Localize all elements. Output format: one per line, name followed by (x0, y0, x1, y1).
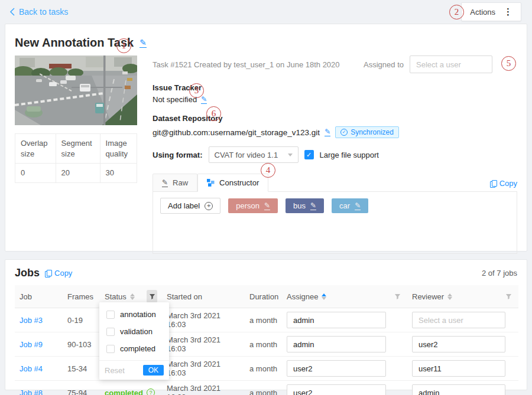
edit-title-icon[interactable]: ✎ (140, 38, 147, 48)
col-status-label: Status (105, 292, 126, 301)
question-circle-icon[interactable]: ? (147, 389, 155, 395)
param-header-segment: Segment size (56, 134, 100, 164)
edit-label-icon[interactable]: ✎ (355, 202, 361, 210)
edit-label-icon[interactable]: ✎ (310, 202, 316, 210)
job-link[interactable]: Job #3 (20, 316, 43, 325)
label-tag-person[interactable]: person ✎ (228, 198, 278, 213)
reviewer-input[interactable] (412, 360, 505, 377)
filter-option-completed[interactable]: completed (99, 340, 169, 357)
checkbox-unchecked[interactable] (106, 311, 115, 319)
job-row: Job #3 0-19 March 3rd 2021 16:03 a month (15, 308, 518, 332)
assignee-input[interactable] (287, 312, 386, 328)
started-cell: March 3rd 2021 16:03 (162, 308, 245, 332)
copy-labels-link[interactable]: Copy (490, 179, 517, 191)
col-job-label: Job (20, 292, 32, 301)
format-select-value: CVAT for video 1.1 (215, 151, 278, 159)
filter-option-validation[interactable]: validation (99, 323, 169, 340)
filter-reset-button[interactable]: Reset (105, 366, 125, 375)
copy-icon (45, 270, 51, 277)
frames-cell: 75-94 (63, 381, 100, 395)
col-reviewer-label: Reviewer (412, 292, 444, 301)
issue-tracker-value: Not specified (153, 95, 197, 104)
job-link[interactable]: Job #8 (20, 389, 43, 395)
filter-ok-button[interactable]: OK (143, 365, 164, 376)
sync-check-icon: ✓ (340, 129, 348, 136)
assignee-input[interactable] (287, 336, 386, 352)
checkbox-unchecked[interactable] (106, 345, 115, 353)
large-file-support-checkbox[interactable]: ✓ (304, 150, 314, 159)
col-duration[interactable]: Duration (245, 285, 282, 308)
col-duration-label: Duration (249, 292, 278, 301)
copy-icon (490, 180, 496, 187)
reviewer-filter-icon[interactable] (503, 290, 514, 303)
status-filter-icon[interactable] (147, 290, 157, 303)
label-tag-name: car (339, 201, 350, 210)
filter-option-annotation[interactable]: annotation (99, 306, 169, 323)
task-meta: Task #1521 Created by test_user_1 on Jun… (153, 56, 340, 69)
status-sort-icon[interactable] (130, 293, 135, 300)
tab-raw[interactable]: ✎ Raw (153, 174, 197, 191)
copy-jobs-link[interactable]: Copy (45, 269, 72, 278)
label-tag-bus[interactable]: bus ✎ (286, 198, 324, 213)
issue-tracker-label: Issue Tracker (153, 83, 517, 92)
assignee-sort-icon[interactable] (322, 293, 326, 300)
reviewer-sort-icon[interactable] (447, 293, 452, 300)
assignee-input[interactable] (287, 360, 386, 377)
back-to-tasks-link[interactable]: Back to tasks (9, 7, 68, 17)
sync-status-badge: ✓ Synchronized (335, 126, 399, 138)
repository-url[interactable]: git@github.com:username/git_storage_v123… (153, 128, 320, 137)
job-link[interactable]: Job #9 (20, 340, 43, 349)
using-format-label: Using format: (153, 151, 203, 159)
tab-constructor[interactable]: Constructor (197, 174, 268, 192)
tab-raw-label: Raw (173, 178, 188, 187)
assigned-to-label: Assigned to (364, 60, 404, 69)
edit-repository-icon[interactable]: ✎ (325, 128, 330, 136)
assignee-input[interactable] (287, 384, 386, 395)
checkbox-unchecked[interactable] (106, 328, 115, 336)
frames-cell: 0-19 (63, 308, 100, 332)
col-started[interactable]: Started on (162, 285, 245, 308)
checkbox-check-icon: ✓ (306, 151, 312, 159)
pencil-icon: ✎ (162, 178, 168, 187)
sync-status-label: Synchronized (351, 128, 394, 136)
param-value-quality: 30 (100, 164, 137, 183)
reviewer-input[interactable] (412, 384, 505, 395)
actions-button[interactable]: Actions ⋮ (461, 2, 521, 21)
format-select[interactable]: CVAT for video 1.1 (209, 146, 299, 163)
add-label-button[interactable]: Add label + (160, 198, 220, 214)
col-frames[interactable]: Frames (63, 285, 100, 308)
col-frames-label: Frames (67, 292, 93, 301)
frames-cell: 15-34 (63, 357, 100, 381)
annotation-circle-6: 6 (206, 106, 221, 121)
status-completed-label: completed (105, 389, 143, 395)
copy-jobs-label: Copy (54, 269, 72, 278)
chevron-left-icon (9, 8, 15, 16)
assignee-filter-icon[interactable] (392, 290, 403, 303)
col-started-label: Started on (167, 292, 202, 301)
assigned-to-input[interactable] (410, 56, 492, 73)
large-file-support-label: Large file support (320, 151, 379, 159)
edit-issue-tracker-icon[interactable]: ✎ (201, 96, 207, 104)
filter-option-label: annotation (120, 310, 156, 319)
label-editor: ✎ Raw Constructor Copy Add (153, 174, 517, 254)
duration-cell: a month (245, 381, 282, 395)
label-tag-name: bus (293, 201, 306, 210)
job-row: Job #4 15-34 March 3rd 2021 16:03 a mont… (15, 357, 518, 381)
task-params-table: Overlap size Segment size Image quality … (15, 133, 137, 183)
annotation-circle-4: 4 (261, 163, 275, 178)
reviewer-input[interactable] (412, 336, 505, 352)
col-reviewer[interactable]: Reviewer (407, 285, 518, 308)
duration-cell: a month (245, 332, 282, 357)
edit-label-icon[interactable]: ✎ (264, 202, 270, 210)
label-tag-car[interactable]: car ✎ (332, 198, 368, 213)
col-assignee-label: Assignee (287, 292, 318, 301)
reviewer-input[interactable] (412, 312, 505, 328)
annotation-circle-2: 2 (449, 5, 464, 19)
col-job[interactable]: Job (15, 285, 63, 308)
copy-labels-label: Copy (499, 179, 517, 188)
build-blocks-icon (207, 179, 215, 187)
job-row: Job #9 90-103 March 3rd 2021 16:03 a mon… (15, 332, 518, 357)
param-value-segment: 20 (56, 164, 100, 183)
job-link[interactable]: Job #4 (20, 364, 43, 373)
col-assignee[interactable]: Assignee (282, 285, 407, 308)
